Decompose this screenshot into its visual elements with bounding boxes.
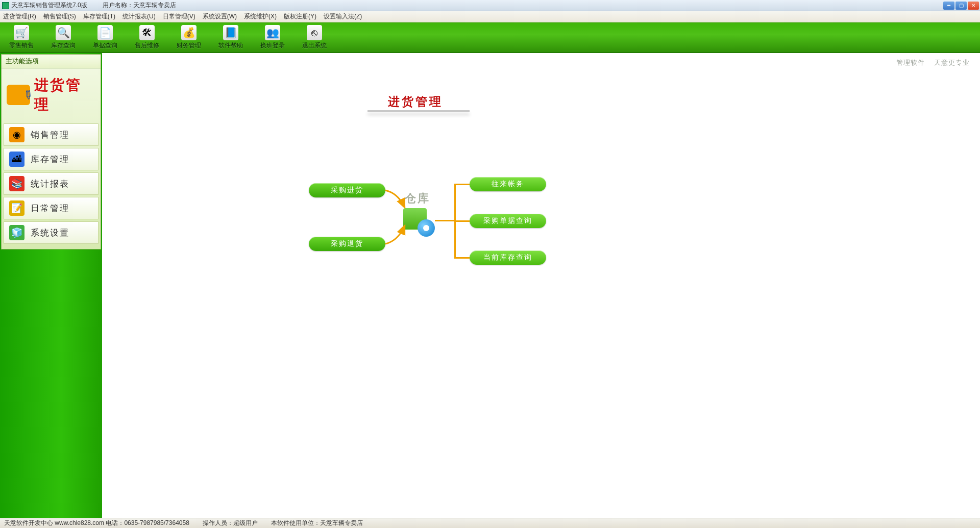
tool-after-service[interactable]: 🛠售后维修 <box>133 25 161 50</box>
cart-icon: 🛒 <box>14 25 29 40</box>
arrow-return <box>385 221 416 249</box>
sidebar-item-settings[interactable]: 🧊系统设置 <box>4 221 99 244</box>
window-title: 天意车辆销售管理系统7.0版 <box>11 1 87 10</box>
user-switch-icon: 👥 <box>265 25 280 40</box>
tool-retail[interactable]: 🛒零售销售 <box>7 25 36 50</box>
document-icon: 📄 <box>97 25 113 40</box>
flow-title: 进货管理 <box>388 94 443 110</box>
arrow-in <box>385 188 416 219</box>
tool-stock-query[interactable]: 🔍库存查询 <box>49 25 78 50</box>
help-icon: 📘 <box>223 25 238 40</box>
sidebar-panel: 进货管理 ◉销售管理 🏙库存管理 📚统计报表 📝日常管理 🧊系统设置 <box>1 68 101 249</box>
tool-exit[interactable]: ⎋退出系统 <box>300 25 329 50</box>
pill-order-query[interactable]: 采购单据查询 <box>470 214 546 228</box>
money-icon: 💰 <box>181 25 197 40</box>
brand-text: 管理软件 天意更专业 <box>896 58 970 67</box>
menu-purchase[interactable]: 进货管理(R) <box>3 12 36 21</box>
sidebar-heading-label: 进货管理 <box>34 76 95 114</box>
tools-icon: 🛠 <box>139 25 155 40</box>
tool-finance[interactable]: 💰财务管理 <box>175 25 203 50</box>
connector-main <box>435 220 454 221</box>
status-unit: 本软件使用单位：天意车辆专卖店 <box>271 519 363 527</box>
pill-purchase-return[interactable]: 采购退货 <box>309 237 385 251</box>
tool-switch-user[interactable]: 👥换班登录 <box>258 25 287 50</box>
status-dev: 天意软件开发中心 www.chle828.com 电话：0635-7987985… <box>4 519 189 527</box>
window-user: 用户名称：天意车辆专卖店 <box>103 1 176 10</box>
sidebar-item-report[interactable]: 📚统计报表 <box>4 172 99 195</box>
menu-settings[interactable]: 系统设置(W) <box>203 12 237 21</box>
close-button[interactable]: ✕ <box>968 2 979 10</box>
purchase-heading-icon <box>7 85 30 105</box>
menu-register[interactable]: 版权注册(Y) <box>284 12 316 21</box>
sidebar-item-sales[interactable]: ◉销售管理 <box>4 123 99 146</box>
minimize-button[interactable]: ━ <box>943 2 954 10</box>
buildings-icon: 🏙 <box>9 152 24 167</box>
books-icon: 📚 <box>9 176 24 191</box>
sidebar-item-stock[interactable]: 🏙库存管理 <box>4 148 99 170</box>
sidebar-item-daily[interactable]: 📝日常管理 <box>4 197 99 219</box>
menu-ime[interactable]: 设置输入法(Z) <box>324 12 362 21</box>
statusbar: 天意软件开发中心 www.chle828.com 电话：0635-7987985… <box>0 518 980 528</box>
maximize-button[interactable]: ▢ <box>955 2 967 10</box>
note-icon: 📝 <box>9 200 24 216</box>
sidebar: 主功能选项 进货管理 ◉销售管理 🏙库存管理 📚统计报表 📝日常管理 🧊系统设置 <box>0 53 102 518</box>
titlebar: 天意车辆销售管理系统7.0版 用户名称：天意车辆专卖店 ━ ▢ ✕ <box>0 0 980 11</box>
connector-bot <box>454 257 470 259</box>
status-operator: 操作人员：超级用户 <box>203 519 258 527</box>
menubar: 进货管理(R) 销售管理(S) 库存管理(T) 统计报表(U) 日常管理(V) … <box>0 11 980 22</box>
pill-accounts[interactable]: 往来帐务 <box>470 177 546 191</box>
pill-stock-query[interactable]: 当前库存查询 <box>470 250 546 265</box>
sidebar-tab[interactable]: 主功能选项 <box>1 54 101 68</box>
magnifier-icon: 🔍 <box>56 25 71 40</box>
flow-title-underline <box>368 110 470 112</box>
pie-icon: ◉ <box>9 127 24 142</box>
app-icon <box>2 2 9 9</box>
blocks-icon: 🧊 <box>9 225 24 240</box>
exit-icon: ⎋ <box>307 25 322 40</box>
menu-stock[interactable]: 库存管理(T) <box>83 12 115 21</box>
tool-help[interactable]: 📘软件帮助 <box>216 25 245 50</box>
connector-mid <box>454 220 470 222</box>
menu-daily[interactable]: 日常管理(V) <box>163 12 195 21</box>
toolbar: 🛒零售销售 🔍库存查询 📄单据查询 🛠售后维修 💰财务管理 📘软件帮助 👥换班登… <box>0 22 980 53</box>
menu-sales[interactable]: 销售管理(S) <box>43 12 76 21</box>
pill-purchase-in[interactable]: 采购进货 <box>309 183 385 197</box>
main-area: 管理软件 天意更专业 进货管理 采购进货 采购退货 仓库 往来帐务 采购单据查询… <box>102 53 980 518</box>
menu-maintain[interactable]: 系统维护(X) <box>244 12 277 21</box>
tool-order-query[interactable]: 📄单据查询 <box>91 25 119 50</box>
connector-top <box>454 184 470 185</box>
menu-report[interactable]: 统计报表(U) <box>122 12 156 21</box>
sidebar-heading: 进货管理 <box>4 71 99 121</box>
